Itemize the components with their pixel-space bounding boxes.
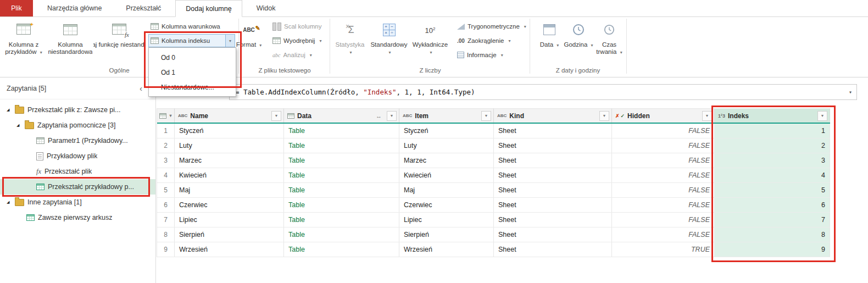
cell-data-link[interactable]: Table xyxy=(284,124,399,138)
cell-data-link[interactable]: Table xyxy=(284,198,399,212)
row-number-cell[interactable]: 4 xyxy=(157,168,175,182)
formula-input[interactable]: = Table.AddIndexColumn(Źródło, "Indeks",… xyxy=(229,84,857,100)
cell-kind[interactable]: Sheet xyxy=(494,213,612,227)
filter-button[interactable]: ▼ xyxy=(481,111,491,121)
query-item-parametr1-przyk-adowy[interactable]: Parametr1 (Przykładowy... xyxy=(0,133,155,148)
dropdown-item-od-1[interactable]: Od 1 xyxy=(149,65,236,80)
cell-name[interactable]: Wrzesień xyxy=(175,242,284,257)
merge-columns-button[interactable]: Scal kolumny xyxy=(270,20,327,33)
query-item-przekszta-plik[interactable]: fxPrzekształć plik xyxy=(0,164,155,179)
cell-name[interactable]: Lipiec xyxy=(175,213,284,227)
cell-indeks[interactable]: 4 xyxy=(715,168,830,182)
cell-hidden[interactable]: FALSE xyxy=(612,213,715,227)
cell-item[interactable]: Kwiecień xyxy=(399,168,494,182)
select-all-corner-cell[interactable]: ▾ xyxy=(157,108,175,123)
scientific-button[interactable]: 102 Wykładnicze ▾ xyxy=(411,18,449,65)
row-number-cell[interactable]: 3 xyxy=(157,153,175,168)
cell-hidden[interactable]: FALSE xyxy=(612,198,715,212)
filter-button[interactable]: ▼ xyxy=(271,111,281,121)
cell-kind[interactable]: Sheet xyxy=(494,124,612,138)
trigonometry-button[interactable]: Trygonometryczne ▾ xyxy=(455,20,528,33)
cell-item[interactable]: Marzec xyxy=(399,153,494,168)
cell-name[interactable]: Maj xyxy=(175,183,284,197)
cell-indeks[interactable]: 3 xyxy=(715,153,830,168)
expand-formula-bar-button[interactable]: ▾ xyxy=(849,89,852,95)
column-header-name[interactable]: ABCName▼ xyxy=(175,108,284,123)
statistics-button[interactable]: ΧΣ Statystyka ▾ xyxy=(333,18,367,65)
cell-data-link[interactable]: Table xyxy=(284,168,399,182)
cell-data-link[interactable]: Table xyxy=(284,227,399,242)
cell-kind[interactable]: Sheet xyxy=(494,153,612,168)
dropdown-item-od-0[interactable]: Od 0 xyxy=(149,50,236,65)
column-header-indeks[interactable]: 1²3Indeks▼ xyxy=(715,108,830,123)
filter-button[interactable]: ▼ xyxy=(599,111,609,121)
cell-item[interactable]: Lipiec xyxy=(399,213,494,227)
cell-indeks[interactable]: 1 xyxy=(715,124,830,138)
cell-data-link[interactable]: Table xyxy=(284,213,399,227)
standard-button[interactable]: +− ×÷ Standardowy ▾ xyxy=(368,18,410,65)
query-item-przekszta-plik-z-zawsze-pi[interactable]: ◢Przekształć plik z: Zawsze pi... xyxy=(0,102,155,118)
tab-dodaj-kolumn[interactable]: Dodaj kolumnę xyxy=(175,0,242,17)
row-number-cell[interactable]: 6 xyxy=(157,198,175,212)
collapse-pane-button[interactable]: ‹ xyxy=(140,84,142,93)
row-number-cell[interactable]: 7 xyxy=(157,213,175,227)
query-item-inne-zapytania-1[interactable]: ◢Inne zapytania [1] xyxy=(0,195,155,210)
cell-hidden[interactable]: FALSE xyxy=(612,227,715,242)
cell-item[interactable]: Luty xyxy=(399,138,494,153)
cell-indeks[interactable]: 8 xyxy=(715,227,830,242)
cell-data-link[interactable]: Table xyxy=(284,153,399,168)
cell-data-link[interactable]: Table xyxy=(284,138,399,153)
cell-name[interactable]: Marzec xyxy=(175,153,284,168)
cell-hidden[interactable]: TRUE xyxy=(612,242,715,257)
cell-hidden[interactable]: FALSE xyxy=(612,124,715,138)
cell-kind[interactable]: Sheet xyxy=(494,227,612,242)
filter-button[interactable]: ▼ xyxy=(817,111,827,121)
cell-kind[interactable]: Sheet xyxy=(494,242,612,257)
cell-name[interactable]: Styczeń xyxy=(175,124,284,138)
cell-indeks[interactable]: 6 xyxy=(715,198,830,212)
tab-plik[interactable]: Plik xyxy=(0,0,33,16)
custom-column-button[interactable]: Kolumna niestandardowa xyxy=(48,18,92,65)
tab-narz-dzia-g-wne[interactable]: Narzędzia główne xyxy=(37,0,112,16)
query-item-przyk-adowy-plik[interactable]: Przykładowy plik xyxy=(0,148,155,164)
cell-data-link[interactable]: Table xyxy=(284,242,399,257)
cell-item[interactable]: Styczeń xyxy=(399,124,494,138)
cell-hidden[interactable]: FALSE xyxy=(612,138,715,153)
cell-kind[interactable]: Sheet xyxy=(494,198,612,212)
duration-button[interactable]: Czas trwania ▾ xyxy=(594,18,624,65)
rounding-button[interactable]: .00 Zaokrąglenie ▾ xyxy=(455,34,528,47)
row-number-cell[interactable]: 1 xyxy=(157,124,175,138)
column-header-item[interactable]: ABCItem▼ xyxy=(399,108,494,123)
cell-indeks[interactable]: 7 xyxy=(715,213,830,227)
cell-hidden[interactable]: FALSE xyxy=(612,183,715,197)
tab-widok[interactable]: Widok xyxy=(247,0,286,16)
cell-data-link[interactable]: Table xyxy=(284,183,399,197)
row-number-cell[interactable]: 5 xyxy=(157,183,175,197)
tab-przekszta[interactable]: Przekształć xyxy=(116,0,171,16)
filter-button[interactable]: ▼ xyxy=(702,111,712,121)
cell-kind[interactable]: Sheet xyxy=(494,183,612,197)
cell-kind[interactable]: Sheet xyxy=(494,168,612,182)
cell-item[interactable]: Czerwiec xyxy=(399,198,494,212)
cell-hidden[interactable]: FALSE xyxy=(612,153,715,168)
column-header-data[interactable]: Data↔▼ xyxy=(284,108,399,123)
query-item-zapytania-pomocnicze-3[interactable]: ◢Zapytania pomocnicze [3] xyxy=(0,118,155,133)
parse-button[interactable]: abc Analizuj ▾ xyxy=(270,48,327,62)
row-number-cell[interactable]: 2 xyxy=(157,138,175,153)
index-column-button[interactable]: Kolumna indeksu ▾ xyxy=(148,34,235,47)
conditional-column-button[interactable]: Kolumna warunkowa xyxy=(148,20,235,33)
row-number-cell[interactable]: 9 xyxy=(157,242,175,257)
cell-kind[interactable]: Sheet xyxy=(494,138,612,153)
cell-indeks[interactable]: 5 xyxy=(715,183,830,197)
cell-name[interactable]: Sierpień xyxy=(175,227,284,242)
date-button[interactable]: Data ▾ xyxy=(536,18,563,65)
column-from-examples-button[interactable]: ✦ Kolumna z przykładów ▾ xyxy=(2,18,45,65)
cell-indeks[interactable]: 2 xyxy=(715,138,830,153)
information-button[interactable]: Informacje ▾ xyxy=(455,48,528,62)
cell-indeks[interactable]: 9 xyxy=(715,242,830,257)
column-header-kind[interactable]: ABCKind▼ xyxy=(494,108,612,123)
format-button[interactable]: ABC✎ Format ▾ xyxy=(233,18,265,65)
dropdown-item-niestandardowe[interactable]: Niestandardowe... xyxy=(149,80,236,95)
cell-item[interactable]: Wrzesień xyxy=(399,242,494,257)
cell-item[interactable]: Maj xyxy=(399,183,494,197)
